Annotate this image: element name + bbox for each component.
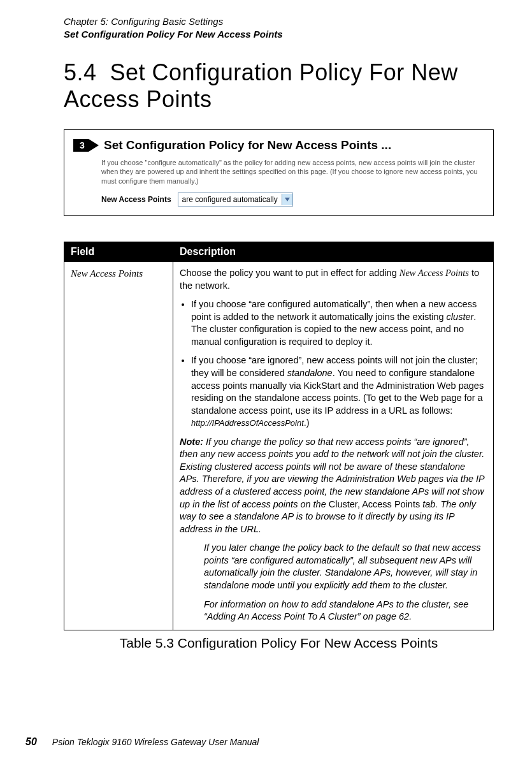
list-item: If you choose “are configured automatica… [191, 298, 487, 348]
running-header: Chapter 5: Configuring Basic Settings Se… [64, 15, 494, 41]
table-row: New Access Points Choose the policy you … [64, 262, 494, 630]
note-p3: For information on how to add standalone… [204, 599, 468, 622]
field-description-table: Field Description New Access Points Choo… [64, 242, 494, 630]
step-marker-icon: 3 [73, 138, 99, 153]
running-header-section: Set Configuration Policy For New Access … [64, 28, 494, 41]
running-header-chapter: Chapter 5: Configuring Basic Settings [64, 15, 494, 28]
section-number: 5.4 [64, 59, 97, 85]
screenshot-field-row: New Access Points are configured automat… [101, 193, 484, 207]
note-p2: If you later change the policy back to t… [204, 542, 480, 590]
screenshot-title: Set Configuration Policy for New Access … [104, 138, 391, 152]
table-caption: Table 5.3 Configuration Policy For New A… [64, 636, 494, 651]
new-access-points-select[interactable]: are configured automatically [178, 193, 293, 207]
th-field: Field [64, 242, 173, 262]
td-description: Choose the policy you want to put in eff… [173, 262, 494, 630]
page-number: 50 [25, 736, 37, 748]
td-field-name: New Access Points [64, 262, 173, 630]
note-block: Note: If you change the policy so that n… [180, 436, 487, 623]
section-title: Set Configuration Policy For New Access … [64, 59, 458, 112]
table-header-row: Field Description [64, 242, 494, 262]
page: Chapter 5: Configuring Basic Settings Se… [0, 0, 532, 763]
section-heading: 5.4 Set Configuration Policy For New Acc… [64, 59, 494, 113]
svg-marker-1 [285, 198, 290, 201]
th-description: Description [173, 242, 494, 262]
desc-bullets: If you choose “are configured automatica… [180, 298, 487, 430]
screenshot-panel: 3 Set Configuration Policy for New Acces… [64, 129, 494, 217]
page-footer: 50 Psion Teklogix 9160 Wireless Gateway … [25, 736, 494, 748]
screenshot-description: If you choose "configure automatically" … [101, 158, 484, 187]
note-label: Note: [180, 437, 203, 447]
chevron-down-icon[interactable] [282, 194, 292, 205]
list-item: If you choose “are ignored”, new access … [191, 354, 487, 429]
footer-manual-title: Psion Teklogix 9160 Wireless Gateway Use… [52, 737, 259, 747]
desc-intro: Choose the policy you want to put in eff… [180, 267, 487, 292]
screenshot-title-row: 3 Set Configuration Policy for New Acces… [73, 138, 484, 153]
svg-marker-0 [73, 139, 99, 152]
screenshot-field-label: New Access Points [101, 195, 171, 204]
step-number: 3 [80, 140, 85, 150]
select-value: are configured automatically [178, 195, 282, 204]
